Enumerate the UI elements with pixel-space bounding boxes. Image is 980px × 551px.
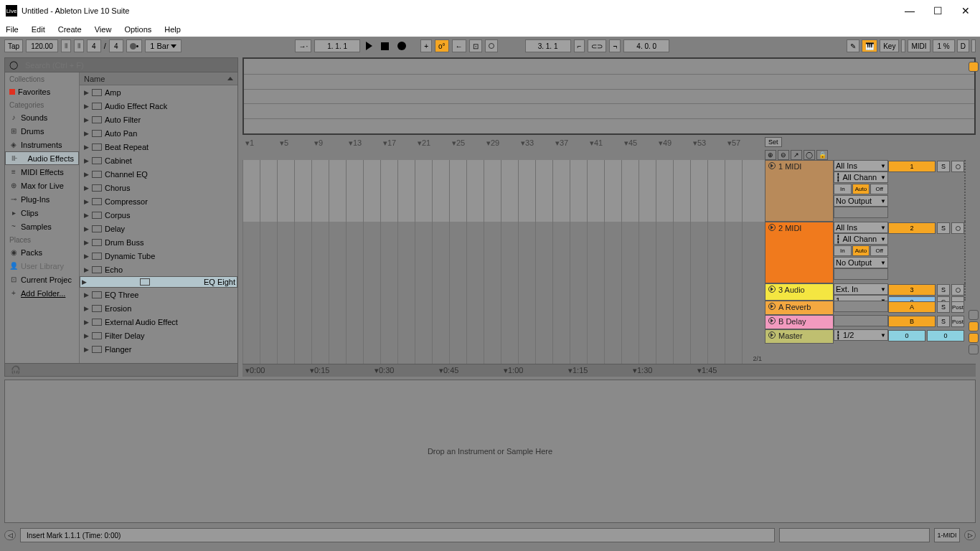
sidebar-category-midi-effects[interactable]: ≡MIDI Effects — [5, 165, 79, 179]
output-type[interactable]: No Output▼ — [834, 257, 888, 268]
device-row[interactable]: ▶Flanger — [80, 342, 237, 356]
arm-button[interactable] — [951, 284, 964, 296]
play-button[interactable] — [363, 39, 375, 52]
device-row[interactable]: ▶Dynamic Tube — [80, 249, 237, 263]
device-row[interactable]: ▶Channel EQ — [80, 167, 237, 181]
track-play-icon[interactable] — [768, 286, 776, 293]
mixer-section-toggle[interactable] — [969, 333, 979, 343]
stop-button[interactable] — [378, 39, 392, 52]
sidebar-category-instruments[interactable]: ◈Instruments — [5, 138, 79, 151]
device-row[interactable]: ▶Filter Delay — [80, 329, 237, 342]
track-play-icon[interactable] — [768, 317, 776, 324]
master-send-b[interactable]: 0 — [927, 330, 964, 342]
arrangement-position[interactable]: 1. 1. 1 — [314, 39, 360, 52]
time-sig-denominator[interactable]: 4 — [109, 39, 123, 52]
return-solo[interactable]: S — [937, 316, 950, 327]
arm-button[interactable] — [951, 222, 964, 234]
capture-button[interactable]: ⊡ — [469, 39, 482, 52]
device-row[interactable]: ▶Corpus — [80, 208, 237, 222]
input-channel[interactable]: ┇ All Chann▼ — [834, 171, 888, 183]
key-map-button[interactable]: Key — [880, 39, 899, 52]
return-section-toggle[interactable] — [969, 321, 979, 331]
beat-ruler[interactable]: ▾1▾5▾9▾13▾17▾21▾25▾29▾33▾37▾41▾45▾49▾53▾… — [242, 137, 765, 149]
overdub-button[interactable]: + — [420, 39, 432, 52]
track-play-icon[interactable] — [768, 224, 776, 231]
return-activator[interactable]: A — [888, 301, 936, 313]
return-post[interactable]: Post — [951, 316, 964, 327]
device-row[interactable]: ▶EQ Three — [80, 288, 237, 301]
device-row[interactable]: ▶Erosion — [80, 301, 237, 315]
track-activator[interactable]: 2 — [888, 222, 936, 234]
io-section-toggle[interactable] — [969, 62, 979, 72]
device-drop-area[interactable]: Drop an Instrument or Sample Here — [4, 380, 976, 523]
solo-button[interactable]: S — [937, 284, 950, 296]
output-channel[interactable] — [834, 268, 888, 280]
maximize-button[interactable]: ☐ — [933, 5, 943, 17]
menu-edit[interactable]: Edit — [32, 25, 45, 34]
track-activator[interactable]: 3 — [888, 284, 936, 296]
track-header[interactable]: 3 Audio — [765, 283, 834, 301]
menu-help[interactable]: Help — [164, 25, 181, 34]
device-row[interactable]: ▶External Audio Effect — [80, 315, 237, 329]
sidebar-place-packs[interactable]: ◉Packs — [5, 245, 79, 259]
device-row[interactable]: ▶Audio Effect Rack — [80, 99, 237, 113]
time-sig-numerator[interactable]: 4 — [87, 39, 101, 52]
device-row[interactable]: ▶Delay — [80, 222, 237, 235]
loop-button[interactable]: ⊂⊃ — [588, 39, 606, 52]
menu-create[interactable]: Create — [58, 25, 82, 34]
sidebar-category-plug-ins[interactable]: ⊸Plug-Ins — [5, 192, 79, 206]
close-button[interactable]: ✕ — [961, 5, 970, 17]
solo-button[interactable]: S — [937, 222, 950, 234]
device-row[interactable]: ▶Amp — [80, 85, 237, 99]
metronome-button[interactable]: • — [126, 39, 143, 52]
master-send-a[interactable]: 0 — [888, 330, 925, 342]
send-section-toggle[interactable] — [969, 310, 979, 320]
time-ruler[interactable]: ▾0:00▾0:15▾0:30▾0:45▾1:00▾1:15▾1:30▾1:45 — [242, 364, 765, 377]
tap-tempo-button[interactable]: Tap — [4, 39, 23, 52]
device-row[interactable]: ▶Cabinet — [80, 154, 237, 167]
automation-arm-button[interactable]: o° — [435, 39, 449, 52]
list-header[interactable]: Name — [80, 72, 237, 85]
input-type[interactable]: Ext. In▼ — [834, 283, 888, 295]
output-channel[interactable] — [834, 207, 888, 218]
track-play-icon[interactable] — [768, 331, 776, 339]
sidebar-category-max-for-live[interactable]: ⊕Max for Live — [5, 179, 79, 192]
output-type[interactable]: No Output▼ — [834, 195, 888, 207]
input-channel[interactable]: ┇ All Chann▼ — [834, 233, 888, 245]
device-row[interactable]: ▶Chorus — [80, 181, 237, 194]
return-track-header[interactable]: B Delay — [765, 315, 834, 329]
arm-button[interactable] — [951, 161, 964, 172]
sidebar-category-clips[interactable]: ▸Clips — [5, 206, 79, 220]
track-activator[interactable]: 1 — [888, 161, 936, 172]
punch-out-button[interactable]: ¬ — [609, 39, 621, 52]
record-button[interactable] — [395, 39, 409, 52]
minimize-button[interactable]: — — [905, 5, 915, 17]
preview-icon[interactable]: 🎧 — [11, 365, 21, 375]
set-locator-button[interactable]: Set — [765, 137, 782, 147]
input-type[interactable]: All Ins▼ — [834, 160, 888, 171]
overload-indicator[interactable]: D — [957, 39, 969, 52]
nudge-up-icon[interactable]: ⦀ — [74, 39, 84, 52]
sidebar-category-drums[interactable]: ⊞Drums — [5, 124, 79, 138]
sidebar-place-add-folder-[interactable]: +Add Folder... — [5, 286, 79, 300]
return-io[interactable] — [834, 301, 888, 312]
back-to-arrangement-icon[interactable]: ↗ — [791, 150, 802, 160]
master-track-header[interactable]: Master — [765, 329, 834, 344]
track-play-icon[interactable] — [768, 162, 776, 169]
master-output[interactable]: ┇ 1/2▼ — [834, 329, 888, 341]
track-header[interactable]: 2 MIDI — [765, 222, 834, 283]
device-row[interactable]: ▶Echo — [80, 263, 237, 276]
return-activator[interactable]: B — [888, 316, 936, 327]
menu-view[interactable]: View — [95, 25, 112, 34]
input-type[interactable]: All Ins▼ — [834, 222, 888, 233]
sidebar-category-sounds[interactable]: ♪Sounds — [5, 110, 79, 124]
status-back-icon[interactable]: ◁ — [4, 530, 16, 540]
sidebar-favorites[interactable]: Favorites — [5, 85, 79, 98]
device-row[interactable]: ▶Auto Filter — [80, 113, 237, 126]
return-post[interactable]: Post — [951, 301, 964, 313]
track-play-icon[interactable] — [768, 303, 776, 310]
midi-map-button[interactable]: MIDI — [908, 39, 930, 52]
nudge-down-icon[interactable]: ⦀ — [61, 39, 71, 52]
status-forward-icon[interactable]: ▷ — [964, 530, 976, 540]
device-row[interactable]: ▶EQ Eight — [80, 276, 237, 288]
